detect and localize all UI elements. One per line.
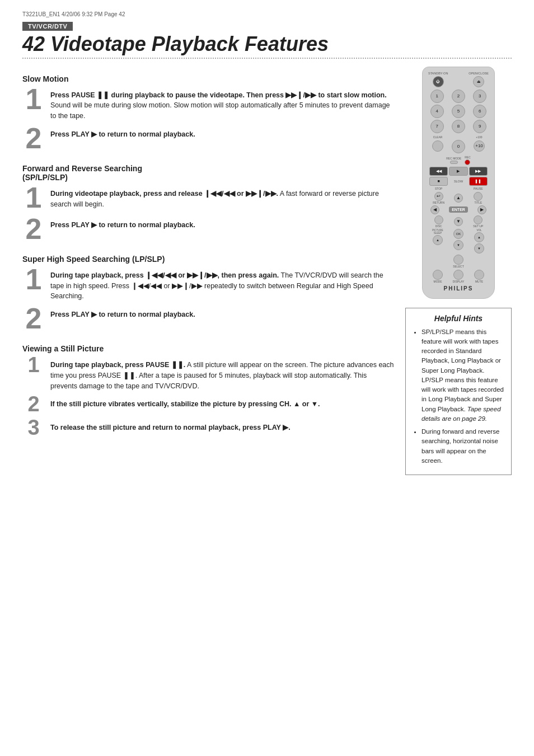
nav-up-btn[interactable]: ▲	[454, 194, 463, 203]
meta-line: T3221UB_EN1 4/20/06 9:32 PM Page 42	[22, 11, 512, 17]
step-2-shs: 2 Press PLAY ▶ to return to normal playb…	[22, 307, 394, 333]
section-tag: TV/VCR/DTV	[22, 22, 512, 33]
enter-btn[interactable]: ENTER	[449, 206, 468, 213]
setup-btn[interactable]	[474, 215, 483, 224]
step-3-still-content: To release the still picture and return …	[50, 420, 394, 433]
display-btn[interactable]	[453, 270, 463, 280]
open-close-btn[interactable]: ⏏	[473, 76, 484, 87]
step-number-fwd1: 1	[22, 183, 45, 212]
remote-control: STANDBY·ON ⏻ OPEN/CLOSE ⏏ 1 2 3 4	[422, 67, 495, 299]
step-number-shs1: 1	[22, 265, 45, 294]
hint-2: During forward and reverse searching, ho…	[421, 427, 504, 466]
step-number-still1: 1	[22, 354, 45, 375]
step-number-still2: 2	[22, 393, 45, 415]
step-2-still: 2 If the still picture vibrates vertical…	[22, 397, 394, 415]
section-slow-motion: Slow Motion 1 Press PAUSE ❚❚ during play…	[22, 74, 394, 153]
still-picture-heading: Viewing a Still Picture	[22, 344, 394, 353]
hint-1: SP/LP/SLP means this feature will work w…	[421, 327, 504, 424]
rew-btn[interactable]: ◀◀	[429, 167, 448, 176]
super-high-speed-heading: Super High Speed Searching (LP/SLP)	[22, 255, 394, 264]
nav-left-btn[interactable]: ◀	[430, 205, 439, 214]
chapter-title: 42 Videotape Playback Features	[22, 33, 512, 55]
forward-reverse-heading: Forward and Reverse Searching(SP/LP/SLP)	[22, 164, 394, 182]
remote-brand-label: PHILIPS	[427, 285, 490, 292]
slow-motion-heading: Slow Motion	[22, 74, 394, 83]
number-grid: 1 2 3 4 5 6 7 8 9	[427, 90, 490, 133]
step-number-fwd2: 2	[22, 214, 45, 243]
ff-btn[interactable]: ▶▶	[469, 167, 488, 176]
step-2-slow: 2 Press PLAY ▶ to return to normal playb…	[22, 127, 394, 153]
select-btn[interactable]	[453, 255, 463, 265]
dotted-separator	[22, 58, 512, 59]
remote-illustration: STANDBY·ON ⏻ OPEN/CLOSE ⏏ 1 2 3 4	[405, 67, 512, 299]
num-1-btn[interactable]: 1	[430, 90, 444, 103]
step-1-still: 1 During tape playback, press PAUSE ❚❚. …	[22, 358, 394, 391]
play-btn[interactable]: ▶	[449, 167, 467, 176]
step-1-fwd: 1 During videotape playback, press and r…	[22, 186, 394, 212]
rec-row: REC MODE REC	[427, 156, 490, 165]
step-1-shs: 1 During tape playback, press ❙◀◀/◀◀ or …	[22, 268, 394, 302]
hints-title: Helpful Hints	[413, 314, 504, 323]
step-1-shs-content: During tape playback, press ❙◀◀/◀◀ or ▶▶…	[50, 268, 394, 302]
step-1-fwd-content: During videotape playback, press and rel…	[50, 186, 394, 210]
section-still-picture: Viewing a Still Picture 1 During tape pl…	[22, 344, 394, 438]
nav-right-btn[interactable]: ▶	[477, 205, 486, 214]
disc-btn[interactable]	[434, 215, 443, 224]
return-btn[interactable]: ↩	[434, 192, 443, 201]
helpful-hints-box: Helpful Hints SP/LP/SLP means this featu…	[405, 308, 512, 476]
section-super-high-speed: Super High Speed Searching (LP/SLP) 1 Du…	[22, 255, 394, 333]
vol-down-btn[interactable]: ▼	[474, 243, 484, 253]
step-1-still-content: During tape playback, press PAUSE ❚❚. A …	[50, 358, 394, 391]
plus100-btn[interactable]: +10	[474, 140, 485, 152]
step-number-still3: 3	[22, 417, 45, 438]
num-7-btn[interactable]: 7	[430, 120, 444, 133]
rec-btn[interactable]	[465, 159, 470, 165]
step-3-still: 3 To release the still picture and retur…	[22, 420, 394, 438]
step-number-1: 1	[22, 84, 45, 114]
step-2-still-content: If the still picture vibrates vertically…	[50, 397, 394, 410]
hints-list: SP/LP/SLP means this feature will work w…	[413, 327, 504, 466]
clear-btn[interactable]	[432, 140, 443, 152]
picture-sleep-btn[interactable]: ▲	[433, 235, 443, 245]
stop-btn[interactable]: ■	[429, 177, 448, 186]
step-2-fwd-content: Press PLAY ▶ to return to normal playbac…	[50, 218, 394, 231]
num-9-btn[interactable]: 9	[473, 120, 486, 133]
title-btn[interactable]	[474, 192, 483, 201]
main-content: Slow Motion 1 Press PAUSE ❚❚ during play…	[22, 67, 512, 476]
nav-down-btn[interactable]: ▼	[454, 217, 463, 226]
mode-btn[interactable]	[433, 270, 443, 280]
ok-btn[interactable]: OK	[453, 229, 463, 239]
num-8-btn[interactable]: 8	[452, 120, 465, 133]
left-column: Slow Motion 1 Press PAUSE ❚❚ during play…	[22, 67, 394, 476]
num-4-btn[interactable]: 4	[430, 105, 444, 118]
num-3-btn[interactable]: 3	[473, 90, 486, 103]
step-2-fwd: 2 Press PLAY ▶ to return to normal playb…	[22, 218, 394, 243]
pause-btn[interactable]: ❚❚	[469, 177, 488, 186]
ok-down-btn[interactable]: ▼	[453, 240, 463, 250]
vol-up-btn[interactable]: ▲	[474, 232, 484, 242]
standby-btn[interactable]: ⏻	[433, 76, 444, 87]
section-forward-reverse: Forward and Reverse Searching(SP/LP/SLP)…	[22, 164, 394, 243]
step-number-shs2: 2	[22, 304, 45, 333]
step-1-slow-content: Press PAUSE ❚❚ during playback to pause …	[50, 88, 394, 121]
num-0-btn[interactable]: 0	[452, 140, 465, 153]
right-column: STANDBY·ON ⏻ OPEN/CLOSE ⏏ 1 2 3 4	[405, 67, 512, 476]
num-2-btn[interactable]: 2	[452, 90, 465, 103]
mute-btn[interactable]	[474, 270, 484, 280]
page-container: T3221UB_EN1 4/20/06 9:32 PM Page 42 TV/V…	[0, 0, 534, 756]
rec-mode-btn[interactable]	[450, 161, 458, 164]
step-2-shs-content: Press PLAY ▶ to return to normal playbac…	[50, 307, 394, 320]
step-2-slow-content: Press PLAY ▶ to return to normal playbac…	[50, 127, 394, 140]
num-6-btn[interactable]: 6	[473, 105, 486, 118]
step-number-2a: 2	[22, 124, 45, 153]
num-5-btn[interactable]: 5	[452, 105, 465, 118]
step-1-slow: 1 Press PAUSE ❚❚ during playback to paus…	[22, 88, 394, 121]
